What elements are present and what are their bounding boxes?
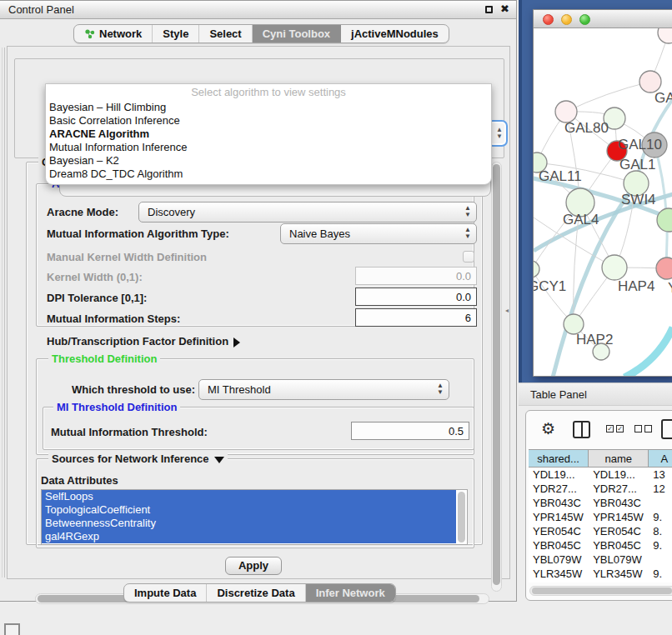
network-window: GALGAL80GAL10GAL1GAL11SWI4GAL4GCY1HAP4YH… [533, 9, 672, 377]
table-cell[interactable]: 9. [649, 538, 672, 552]
table-cell[interactable] [649, 496, 672, 510]
column-header-shared[interactable]: shared... [529, 450, 589, 467]
table-row[interactable]: YDR27...YDR27...12 [529, 482, 672, 496]
table-cell[interactable] [649, 552, 672, 567]
mi-threshold-field[interactable]: 0.5 [351, 422, 469, 440]
tab-cyni-toolbox[interactable]: Cyni Toolbox [253, 25, 341, 42]
table-row[interactable]: YLR345WYLR345W9. [529, 567, 672, 581]
network-node[interactable] [658, 28, 672, 43]
table-cell[interactable]: 12 [649, 482, 672, 496]
select-all-columns-icon[interactable]: ✓✓ [606, 425, 624, 432]
network-node[interactable] [602, 255, 627, 280]
table-cell[interactable]: YBL079W [589, 552, 649, 567]
table-cell[interactable]: YER054C [589, 524, 649, 538]
table-row[interactable]: YBR045CYBR045C9. [529, 538, 672, 552]
tab-label: Select [209, 28, 241, 40]
algorithm-option[interactable]: Basic Correlation Inference [46, 114, 491, 128]
tab-jactivemnodules[interactable]: jActiveMNodules [341, 25, 449, 42]
sources-legend[interactable]: Sources for Network Inference [48, 452, 228, 465]
scrollbar-thumb[interactable] [532, 588, 672, 594]
table-cell[interactable]: YPR145W [529, 510, 589, 524]
data-attribute-item[interactable]: SelfLoops [42, 490, 456, 503]
close-traffic-light-icon[interactable] [543, 14, 554, 25]
bottom-tab-infer-network[interactable]: Infer Network [306, 584, 395, 602]
node-label: GAL80 [564, 120, 609, 136]
tab-style[interactable]: Style [153, 25, 199, 42]
splitter-handle[interactable]: ◂ [505, 308, 509, 313]
table-cell[interactable]: YER054C [529, 524, 589, 538]
bottom-tab-discretize-data[interactable]: Discretize Data [207, 584, 305, 602]
minimize-traffic-light-icon[interactable] [561, 14, 572, 25]
column-header-a[interactable]: A [649, 450, 672, 467]
table-cell[interactable]: YPR145W [589, 510, 649, 524]
column-header-name[interactable]: name [589, 450, 649, 467]
algorithm-option[interactable]: Bayesian – K2 [46, 154, 491, 168]
aracne-mode-select[interactable]: Discovery ▲▼ [138, 202, 477, 222]
table-cell[interactable]: YBR043C [589, 496, 649, 510]
cyni-bottom-tabbar: Impute DataDiscretize DataInfer Network [123, 583, 396, 602]
algorithm-option[interactable]: Bayesian – Hill Climbing [46, 101, 491, 114]
float-window-icon[interactable] [485, 6, 493, 13]
table-cell[interactable]: YDL19... [589, 468, 649, 482]
table-row[interactable]: YDL19...YDL19...13 [529, 468, 672, 482]
dpi-tolerance-field[interactable]: 0.0 [355, 288, 477, 306]
combo-arrows-icon: ▲▼ [464, 205, 471, 218]
bottom-tab-impute-data[interactable]: Impute Data [124, 584, 207, 602]
algorithm-option[interactable]: Mutual Information Inference [46, 141, 491, 154]
split-columns-icon[interactable] [573, 421, 590, 438]
table-row[interactable]: YBR043CYBR043C [529, 496, 672, 510]
table-cell[interactable]: 9. [649, 581, 672, 582]
table-cell[interactable]: YLL052C [589, 581, 649, 582]
table-cell[interactable]: YBR045C [529, 538, 589, 552]
network-node[interactable] [534, 261, 539, 278]
table-row[interactable]: YPR145WYPR145W9. [529, 510, 672, 524]
tab-select[interactable]: Select [199, 25, 252, 42]
mi-steps-field[interactable]: 6 [355, 308, 477, 327]
table-cell[interactable]: YDR27... [589, 482, 649, 496]
gear-icon[interactable]: ⚙ [541, 421, 555, 438]
unselect-all-columns-icon[interactable] [634, 425, 652, 432]
tab-network[interactable]: Network [74, 25, 153, 42]
data-attribute-item[interactable]: BetweennessCentrality [42, 517, 456, 530]
data-attribute-item[interactable]: gal4RGexp [42, 530, 456, 543]
network-canvas[interactable]: GALGAL80GAL10GAL1GAL11SWI4GAL4GCY1HAP4YH… [534, 28, 672, 376]
table-cell[interactable]: YDR27... [529, 482, 589, 496]
table-cell[interactable]: 9. [649, 567, 672, 581]
table-cell[interactable]: YLL052C [529, 581, 589, 582]
data-attributes-list[interactable]: SelfLoopsTopologicalCoefficientBetweenne… [41, 489, 468, 545]
close-window-icon[interactable]: ✖ [500, 2, 509, 15]
minimized-panel-icon[interactable] [4, 623, 20, 635]
table-row[interactable]: YER054CYER054C8. [529, 524, 672, 538]
mi-algorithm-type-select[interactable]: Naive Bayes ▲▼ [280, 223, 477, 244]
table-cell[interactable]: YLR345W [589, 567, 649, 581]
algorithm-option[interactable]: Dream8 DC_TDC Algorithm [46, 168, 491, 181]
table-mode-icon[interactable] [661, 419, 672, 439]
table-cell[interactable]: 13 [649, 468, 672, 482]
zoom-traffic-light-icon[interactable] [579, 14, 590, 25]
tab-label: Style [163, 28, 188, 40]
settings-vertical-scrollbar[interactable] [491, 162, 502, 592]
list-scrollbar[interactable] [458, 492, 465, 542]
table-cell[interactable]: YBR045C [589, 538, 649, 552]
table-row[interactable]: YLL052CYLL052C9. [529, 581, 672, 582]
table-cell[interactable]: YBL079W [529, 552, 589, 567]
algorithm-option[interactable]: ARACNE Algorithm [46, 128, 491, 141]
table-horizontal-scrollbar[interactable] [529, 586, 672, 596]
network-window-titlebar[interactable] [534, 10, 672, 28]
table-cell[interactable]: YBR043C [529, 496, 589, 510]
data-attributes-label: Data Attributes [41, 474, 118, 487]
table-cell[interactable]: 9. [649, 510, 672, 524]
table-cell[interactable]: YLR345W [529, 567, 589, 581]
table-cell[interactable]: YDL19... [529, 468, 589, 482]
network-node[interactable] [656, 258, 672, 279]
chevron-right-icon [233, 338, 240, 348]
table-cell[interactable]: 8. [649, 524, 672, 538]
hub-definition-toggle[interactable]: Hub/Transcription Factor Definition [47, 335, 240, 348]
which-threshold-select[interactable]: MI Threshold ▲▼ [198, 379, 449, 400]
table-row[interactable]: YBL079WYBL079W [529, 552, 672, 567]
mi-threshold-legend: MI Threshold Definition [53, 401, 180, 413]
scrollbar-thumb[interactable] [493, 164, 500, 585]
data-attribute-item[interactable]: TopologicalCoefficient [42, 503, 456, 517]
apply-button[interactable]: Apply [225, 557, 282, 575]
table-header-row: shared...nameA [529, 449, 672, 468]
